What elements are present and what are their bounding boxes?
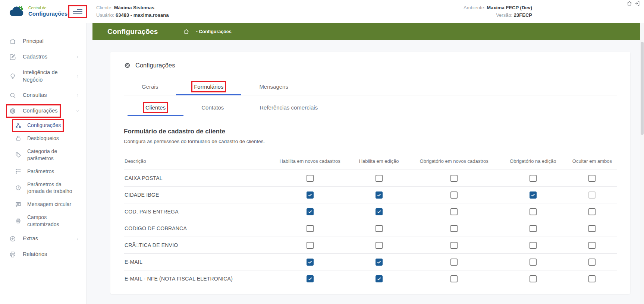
checkbox-unchecked[interactable] bbox=[450, 275, 458, 282]
panel-header: Configurações bbox=[124, 62, 617, 69]
checkbox-unchecked[interactable] bbox=[450, 175, 458, 182]
checkbox-cell bbox=[499, 191, 568, 199]
checkbox-unchecked[interactable] bbox=[450, 208, 458, 215]
checkbox-cell bbox=[348, 259, 410, 266]
checkbox-unchecked[interactable] bbox=[376, 175, 383, 182]
top-header: Central de Configurações Cliente: Máxima… bbox=[0, 0, 644, 23]
subtab-contatos[interactable]: Contatos bbox=[183, 99, 242, 116]
sidebar-item-parametros-da-jornada[interactable]: Parâmetros da jornada de trabalho bbox=[0, 178, 86, 198]
checkbox-unchecked[interactable] bbox=[588, 242, 596, 249]
checkbox-unchecked[interactable] bbox=[450, 242, 458, 249]
row-description: CIDADE IBGE bbox=[124, 192, 272, 198]
checkbox-unchecked[interactable] bbox=[376, 242, 383, 249]
sidebar-item-configuracoes[interactable]: Configurações bbox=[0, 103, 86, 119]
printer-icon bbox=[9, 251, 16, 258]
sidebar-item-label: Mensagem circular bbox=[27, 201, 71, 208]
sidebar-item-inteligencia-de-negocio[interactable]: Inteligência de Negócio bbox=[0, 65, 86, 88]
checkbox-cell bbox=[410, 242, 499, 249]
sidebar-item-campos-customizados[interactable]: Campos customizados bbox=[0, 211, 86, 231]
checkbox-unchecked[interactable] bbox=[450, 225, 458, 232]
version-value: 23FECP bbox=[514, 12, 532, 18]
checkbox-checked[interactable] bbox=[376, 259, 383, 266]
checkbox-unchecked[interactable] bbox=[450, 259, 458, 266]
checkbox-checked[interactable] bbox=[530, 191, 537, 199]
subtab-bar: ClientesContatosReferências comerciais bbox=[124, 99, 617, 116]
sidebar-item-consultas[interactable]: Consultas bbox=[0, 88, 86, 103]
client-value: Máxima Sistemas bbox=[114, 5, 154, 10]
breadcrumb-home-icon[interactable] bbox=[183, 28, 189, 35]
checkbox-checked[interactable] bbox=[307, 208, 314, 215]
sidebar-item-label: Principal bbox=[23, 38, 44, 45]
checkbox-cell bbox=[348, 225, 410, 232]
sidebar-item-desbloqueios[interactable]: Desbloqueios bbox=[0, 132, 86, 145]
checkbox-unchecked[interactable] bbox=[307, 175, 314, 182]
tab-gerais[interactable]: Gerais bbox=[124, 78, 176, 95]
checkbox-unchecked[interactable] bbox=[530, 225, 537, 232]
breadcrumb-divider bbox=[174, 27, 174, 37]
version-label: Versão: bbox=[496, 12, 512, 18]
checkbox-unchecked[interactable] bbox=[450, 191, 458, 199]
page-scrollbar[interactable] bbox=[640, 23, 644, 304]
env-label: Ambiente: bbox=[464, 5, 486, 10]
checkbox-unchecked[interactable] bbox=[376, 225, 383, 232]
checkbox-checked[interactable] bbox=[376, 208, 383, 215]
checkbox-unchecked[interactable] bbox=[530, 275, 537, 282]
list-icon bbox=[15, 168, 22, 175]
app-logo[interactable]: Central de Configurações bbox=[8, 5, 64, 18]
tab-mensagens[interactable]: Mensagens bbox=[241, 78, 306, 95]
sidebar-item-extras[interactable]: Extras bbox=[0, 231, 86, 247]
sidebar-toggle-button[interactable] bbox=[69, 6, 86, 17]
home-icon bbox=[9, 38, 16, 45]
tab-label: Formulários bbox=[194, 83, 223, 90]
sidebar-item-cadastros[interactable]: Cadastros bbox=[0, 49, 86, 65]
checkbox-checked[interactable] bbox=[307, 275, 314, 282]
checkbox-checked[interactable] bbox=[376, 275, 383, 282]
checkbox-unchecked[interactable] bbox=[588, 275, 596, 282]
column-header: Obrigatório na edição bbox=[499, 158, 568, 164]
checkbox-unchecked[interactable] bbox=[530, 175, 537, 182]
checkbox-unchecked[interactable] bbox=[588, 225, 596, 232]
breadcrumb-bar: Configurações - Configurações bbox=[92, 23, 640, 40]
checkbox-cell bbox=[499, 175, 568, 182]
home-icon[interactable] bbox=[626, 0, 632, 6]
sidebar-item-parametros[interactable]: Parâmetros bbox=[0, 165, 86, 178]
subtab-refer-ncias-comerciais[interactable]: Referências comerciais bbox=[242, 99, 336, 116]
checkbox-unchecked[interactable] bbox=[307, 242, 314, 249]
checkbox-checked[interactable] bbox=[307, 259, 314, 266]
checkbox-cell bbox=[499, 242, 568, 249]
row-description: COD. PAIS ENTREGA bbox=[124, 209, 272, 215]
checkbox-cell bbox=[410, 191, 499, 199]
scrollbar-thumb[interactable] bbox=[641, 42, 644, 135]
checkbox-unchecked[interactable] bbox=[588, 208, 596, 215]
checkbox-cell bbox=[568, 275, 617, 282]
checkbox-checked[interactable] bbox=[376, 191, 383, 199]
checkbox-cell bbox=[568, 242, 617, 249]
subtab-clientes[interactable]: Clientes bbox=[128, 99, 183, 116]
checkbox-cell bbox=[272, 175, 348, 182]
checkbox-unchecked[interactable] bbox=[307, 225, 314, 232]
sidebar-item-main: Parâmetros bbox=[15, 168, 54, 175]
sidebar-item-mensagem-circular[interactable]: Mensagem circular bbox=[0, 198, 86, 211]
checkbox-unchecked[interactable] bbox=[588, 175, 596, 182]
checkbox-unchecked[interactable] bbox=[530, 259, 537, 266]
sidebar-item-label: Inteligência de Negócio bbox=[23, 69, 74, 83]
table-row: COD. PAIS ENTREGA bbox=[124, 203, 617, 220]
sidebar-item-label: Cadastros bbox=[23, 53, 47, 61]
sidebar-item-principal[interactable]: Principal bbox=[0, 34, 86, 49]
tab-label: Referências comerciais bbox=[260, 104, 318, 111]
tab-label: Clientes bbox=[145, 104, 166, 111]
tab-formul-rios[interactable]: Formulários bbox=[176, 78, 241, 95]
logout-icon[interactable] bbox=[634, 0, 640, 6]
sidebar-item-label: Consultas bbox=[23, 92, 47, 99]
checkbox-unchecked[interactable] bbox=[530, 242, 537, 249]
checkbox-unchecked[interactable] bbox=[588, 259, 596, 266]
sidebar-item-categoria-de-parametros[interactable]: Categoria de parâmetros bbox=[0, 145, 86, 165]
tab-label: Gerais bbox=[142, 83, 158, 90]
section-title: Formulário de cadastro de cliente bbox=[124, 128, 617, 135]
sidebar-item-configuracoes-sub[interactable]: Configurações bbox=[0, 119, 86, 132]
sidebar-item-main: Inteligência de Negócio bbox=[9, 69, 74, 83]
checkbox-checked[interactable] bbox=[307, 191, 314, 199]
tab-label: Contatos bbox=[201, 104, 224, 111]
checkbox-unchecked[interactable] bbox=[530, 208, 537, 215]
sidebar-item-relatorios[interactable]: Relatórios bbox=[0, 247, 86, 262]
